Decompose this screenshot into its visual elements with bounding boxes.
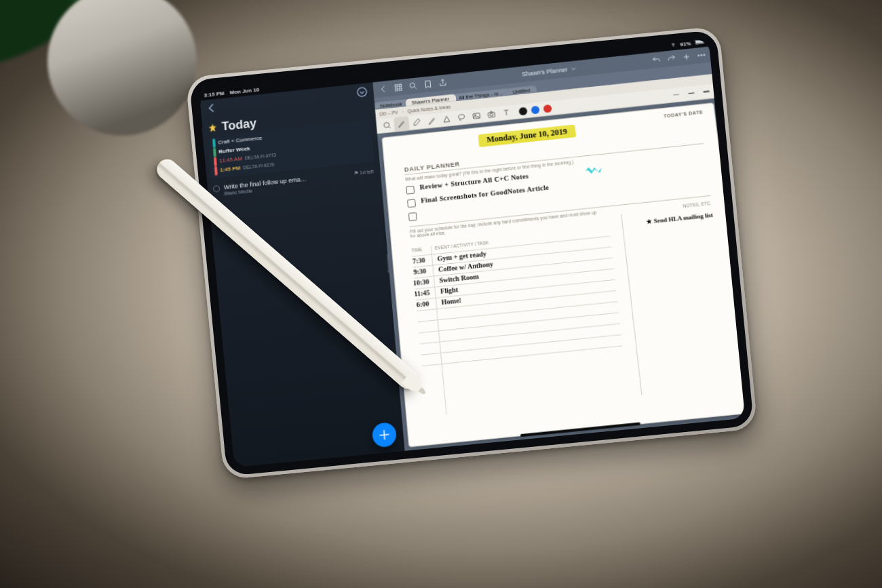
add-task-button[interactable] bbox=[372, 422, 398, 448]
sched-time: 7:30 bbox=[413, 256, 426, 265]
sched-time: 9:30 bbox=[413, 267, 427, 276]
undo-icon[interactable] bbox=[649, 53, 664, 67]
note-text: ★ Send HLA mailing list bbox=[647, 212, 714, 225]
sched-time: 10:30 bbox=[413, 277, 429, 286]
stroke-med[interactable] bbox=[683, 85, 699, 102]
add-page-icon[interactable] bbox=[679, 50, 694, 64]
svg-rect-2 bbox=[704, 40, 706, 42]
more-icon[interactable] bbox=[694, 48, 710, 62]
highlighter-icon[interactable] bbox=[423, 113, 440, 129]
color-red[interactable] bbox=[543, 104, 552, 113]
svg-rect-5 bbox=[399, 84, 402, 87]
wifi-icon bbox=[670, 41, 676, 48]
camera-icon[interactable] bbox=[483, 106, 499, 123]
todo-checkbox[interactable] bbox=[406, 186, 415, 195]
chevron-down-icon bbox=[570, 65, 577, 73]
text-icon[interactable] bbox=[498, 104, 514, 121]
handwritten-date: Monday, June 10, 2019 bbox=[478, 125, 576, 147]
stroke-thin[interactable] bbox=[668, 87, 685, 103]
right-app-goodnotes: Shawn's Planner Notebook Shawn's Planner… bbox=[372, 46, 745, 452]
battery-icon bbox=[695, 39, 706, 46]
eraser-icon[interactable] bbox=[408, 114, 425, 130]
crumb-left: DD – PV bbox=[379, 110, 398, 117]
document-title[interactable]: Shawn's Planner bbox=[522, 65, 577, 77]
star-icon bbox=[208, 123, 218, 134]
sched-event: Home! bbox=[441, 296, 461, 306]
checkbox-icon[interactable] bbox=[213, 185, 220, 193]
expand-button[interactable] bbox=[356, 85, 369, 100]
stroke-thick[interactable] bbox=[697, 83, 714, 100]
sched-event: Flight bbox=[440, 286, 459, 295]
svg-rect-14 bbox=[473, 113, 480, 119]
share-icon[interactable] bbox=[436, 75, 450, 90]
redo-icon[interactable] bbox=[664, 52, 678, 66]
svg-rect-4 bbox=[395, 85, 398, 87]
back-icon[interactable] bbox=[376, 82, 391, 96]
svg-point-15 bbox=[474, 115, 476, 116]
sched-time: 11:45 bbox=[414, 289, 430, 298]
todo-checkbox[interactable] bbox=[407, 199, 416, 208]
todo-checkbox[interactable] bbox=[408, 212, 417, 221]
label-notes: NOTES, ETC. bbox=[683, 201, 712, 208]
scribble-mark bbox=[585, 166, 602, 174]
svg-point-13 bbox=[458, 115, 464, 119]
status-time: 3:15 PM bbox=[204, 90, 224, 98]
svg-point-9 bbox=[698, 55, 699, 56]
color-blue[interactable] bbox=[531, 105, 539, 114]
svg-point-17 bbox=[490, 113, 493, 117]
back-button[interactable] bbox=[206, 102, 218, 115]
status-date: Mon Jun 10 bbox=[229, 86, 259, 95]
zoom-icon[interactable] bbox=[379, 117, 395, 134]
status-battery: 91% bbox=[680, 40, 691, 47]
svg-point-11 bbox=[704, 54, 705, 56]
lasso-icon[interactable] bbox=[453, 109, 469, 125]
shape-icon[interactable] bbox=[438, 111, 455, 128]
plus-icon bbox=[377, 428, 391, 442]
label-todays-date: TODAY'S DATE bbox=[664, 110, 704, 119]
svg-point-12 bbox=[383, 122, 389, 128]
svg-rect-7 bbox=[399, 88, 402, 91]
svg-point-10 bbox=[701, 54, 702, 56]
bookmark-icon[interactable] bbox=[421, 77, 436, 92]
svg-rect-6 bbox=[396, 88, 398, 91]
pen-icon[interactable] bbox=[394, 116, 410, 132]
planner-page[interactable]: TODAY'S DATE Monday, June 10, 2019 DAILY… bbox=[381, 102, 745, 447]
search-icon[interactable] bbox=[406, 79, 421, 93]
color-black[interactable] bbox=[518, 106, 527, 115]
svg-point-3 bbox=[357, 87, 367, 96]
grid-icon[interactable] bbox=[391, 80, 406, 94]
image-icon[interactable] bbox=[468, 108, 484, 124]
label-time: TIME bbox=[411, 247, 422, 253]
svg-point-8 bbox=[410, 83, 415, 87]
svg-rect-1 bbox=[695, 40, 704, 44]
sched-time: 6:00 bbox=[416, 300, 429, 309]
